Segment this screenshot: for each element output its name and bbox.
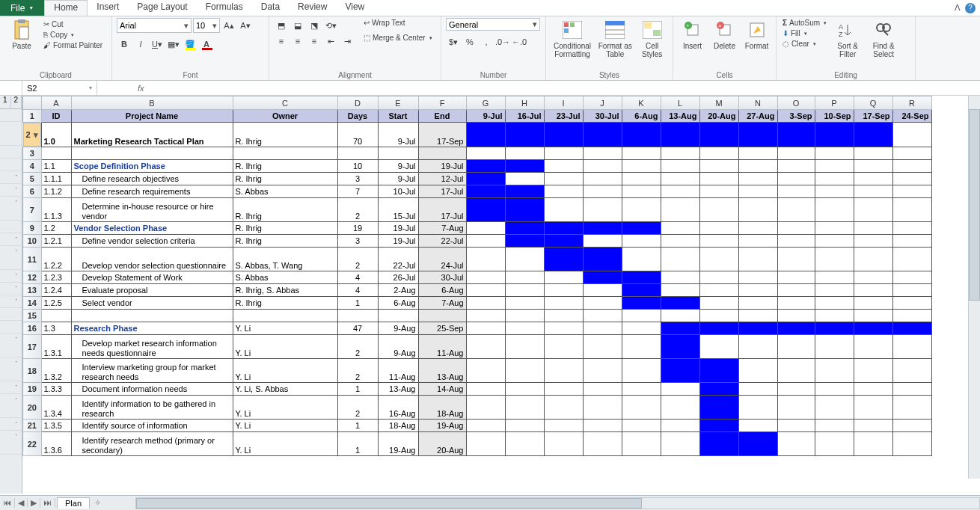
increase-indent-icon[interactable]: ⇥ xyxy=(340,34,355,49)
clear-button[interactable]: ◌Clear▾ xyxy=(781,39,828,49)
table-row[interactable]: 181.3.2Interview marketing group for mar… xyxy=(23,359,932,383)
insert-cells-button[interactable]: +Insert xyxy=(678,18,707,52)
col-header-O[interactable]: O xyxy=(777,96,815,110)
row-header-1[interactable]: 1 xyxy=(23,110,42,123)
row-header-17[interactable]: 17 xyxy=(23,335,42,359)
table-row[interactable]: 51.1.1Define research objectivesR. Ihrig… xyxy=(23,173,932,185)
sheet-tab-plan[interactable]: Plan xyxy=(57,497,90,509)
col-header-H[interactable]: H xyxy=(505,96,544,110)
align-right-icon[interactable]: ≡ xyxy=(307,34,322,49)
row-header-11[interactable]: 11 xyxy=(23,248,42,271)
outline-level-1[interactable]: 1 xyxy=(0,96,11,109)
currency-icon[interactable]: $▾ xyxy=(446,34,461,49)
name-box[interactable]: S2 xyxy=(22,81,97,95)
cut-button[interactable]: ✂Cut xyxy=(42,19,104,29)
orientation-icon[interactable]: ⟲▾ xyxy=(323,18,338,33)
align-center-icon[interactable]: ≡ xyxy=(290,34,305,49)
select-all-cell[interactable] xyxy=(23,96,42,110)
vertical-scrollbar[interactable] xyxy=(968,96,980,479)
row-header-22[interactable]: 22 xyxy=(23,432,42,456)
increase-decimal-icon[interactable]: .0→ xyxy=(495,34,510,49)
tab-data[interactable]: Data xyxy=(252,0,289,16)
row-header-12[interactable]: 12 xyxy=(23,271,42,284)
format-as-table-button[interactable]: Format as Table xyxy=(597,18,633,60)
bold-button[interactable]: B xyxy=(117,37,132,52)
font-name-select[interactable]: Arial xyxy=(117,18,192,33)
italic-button[interactable]: I xyxy=(133,37,148,52)
col-header-D[interactable]: D xyxy=(337,96,378,110)
col-header-N[interactable]: N xyxy=(738,96,777,110)
row-header-7[interactable]: 7 xyxy=(23,198,42,222)
percent-icon[interactable]: % xyxy=(462,34,477,49)
align-top-icon[interactable]: ⬒ xyxy=(274,18,289,33)
horizontal-scrollbar[interactable] xyxy=(135,497,980,509)
copy-button[interactable]: ⎘Copy▾ xyxy=(42,30,104,40)
col-header-G[interactable]: G xyxy=(466,96,505,110)
spreadsheet-grid[interactable]: ABCDEFGHIJKLMNOPQR1IDProject NameOwnerDa… xyxy=(22,96,980,494)
sheet-nav-first[interactable]: ⏮ xyxy=(0,498,15,508)
col-header-L[interactable]: L xyxy=(661,96,699,110)
sheet-nav-prev[interactable]: ◀ xyxy=(15,498,28,508)
table-row[interactable]: 41.1Scope Definition PhaseR. Ihrig109-Ju… xyxy=(23,160,932,173)
table-row[interactable]: 161.3Research PhaseY. Li479-Aug25-Sep xyxy=(23,322,932,335)
row-header-2[interactable]: 2 xyxy=(23,123,41,147)
tab-file[interactable]: File xyxy=(0,0,44,16)
sort-filter-button[interactable]: AZSort & Filter xyxy=(831,18,864,60)
col-header-A[interactable]: A xyxy=(41,96,71,110)
tab-home[interactable]: Home xyxy=(44,0,88,16)
tab-formulas[interactable]: Formulas xyxy=(197,0,252,16)
increase-font-icon[interactable]: A▴ xyxy=(221,18,236,33)
border-button[interactable]: ▦▾ xyxy=(166,37,181,52)
table-row[interactable]: 1IDProject NameOwnerDaysStartEnd9-Jul16-… xyxy=(23,110,932,123)
table-row[interactable]: 191.3.3Document information needsY. Li, … xyxy=(23,383,932,396)
col-header-M[interactable]: M xyxy=(699,96,738,110)
col-header-P[interactable]: P xyxy=(815,96,854,110)
row-header-16[interactable]: 16 xyxy=(23,322,42,335)
align-bottom-icon[interactable]: ⬔ xyxy=(307,18,322,33)
table-row[interactable]: 141.2.5Select vendorR. Ihrig16-Aug7-Aug xyxy=(23,297,932,310)
table-row[interactable]: 61.1.2Define research requirementsS. Abb… xyxy=(23,185,932,198)
row-header-19[interactable]: 19 xyxy=(23,383,42,396)
row-header-15[interactable]: 15 xyxy=(23,310,42,322)
conditional-formatting-button[interactable]: Conditional Formatting xyxy=(551,18,594,60)
row-header-13[interactable]: 13 xyxy=(23,284,42,297)
row-header-10[interactable]: 10 xyxy=(23,235,42,248)
outline-level-2[interactable]: 2 xyxy=(11,96,22,109)
col-header-B[interactable]: B xyxy=(71,96,233,110)
decrease-font-icon[interactable]: A▾ xyxy=(238,18,253,33)
tab-insert[interactable]: Insert xyxy=(88,0,128,16)
row-header-18[interactable]: 18 xyxy=(23,359,42,383)
row-header-5[interactable]: 5 xyxy=(23,173,42,185)
fill-button[interactable]: ⬇Fill▾ xyxy=(781,28,828,38)
col-header-Q[interactable]: Q xyxy=(854,96,892,110)
align-left-icon[interactable]: ≡ xyxy=(274,34,289,49)
format-cells-button[interactable]: Format xyxy=(742,18,771,52)
cell-styles-button[interactable]: Cell Styles xyxy=(636,18,668,60)
row-header-4[interactable]: 4 xyxy=(23,160,42,173)
table-row[interactable]: 101.2.1Define vendor selection criteriaR… xyxy=(23,235,932,248)
tab-view[interactable]: View xyxy=(336,0,373,16)
new-sheet-icon[interactable]: ✧ xyxy=(90,498,105,508)
row-header-14[interactable]: 14 xyxy=(23,297,42,310)
font-color-button[interactable]: A xyxy=(199,37,214,52)
table-row[interactable]: 211.3.5Identify source of informationY. … xyxy=(23,420,932,432)
col-header-I[interactable]: I xyxy=(544,96,583,110)
table-row[interactable]: 121.2.3Develop Statement of WorkS. Abbas… xyxy=(23,271,932,284)
table-row[interactable]: 111.2.2Develop vendor selection question… xyxy=(23,248,932,271)
col-header-F[interactable]: F xyxy=(418,96,466,110)
col-header-K[interactable]: K xyxy=(622,96,661,110)
sheet-nav-next[interactable]: ▶ xyxy=(28,498,40,508)
comma-icon[interactable]: , xyxy=(479,34,494,49)
col-header-C[interactable]: C xyxy=(233,96,337,110)
tab-review[interactable]: Review xyxy=(289,0,336,16)
table-row[interactable]: 3 xyxy=(23,147,932,160)
row-header-9[interactable]: 9 xyxy=(23,222,42,235)
tab-pagelayout[interactable]: Page Layout xyxy=(128,0,196,16)
underline-button[interactable]: U▾ xyxy=(150,37,165,52)
delete-cells-button[interactable]: ×Delete xyxy=(710,18,739,52)
table-row[interactable]: 91.2Vendor Selection PhaseR. Ihrig1919-J… xyxy=(23,222,932,235)
find-select-button[interactable]: Find & Select xyxy=(867,18,900,60)
table-row[interactable]: 221.3.6Identify research method (primary… xyxy=(23,432,932,456)
format-painter-button[interactable]: 🖌Format Painter xyxy=(42,40,104,50)
col-header-J[interactable]: J xyxy=(583,96,622,110)
